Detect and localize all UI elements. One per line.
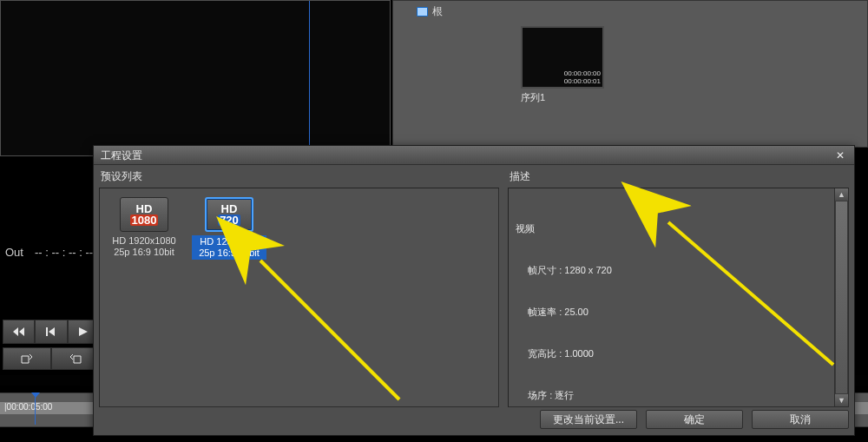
dialog-footer: 更改当前设置... 确定 取消 [94,410,849,431]
ruler-label: |00:00:05:00 [4,402,52,412]
hd720-icon: HD 720 [205,197,253,232]
preset-hd720[interactable]: HD 720 HD 1280x720 25p 16:9 10bit [192,197,266,260]
playhead-line [309,1,310,155]
io-buttons [3,347,100,372]
close-icon[interactable]: ✕ [833,148,847,162]
change-settings-button[interactable]: 更改当前设置... [540,410,637,429]
scroll-up-icon[interactable]: ▲ [835,188,848,201]
presets-label: 预设列表 [101,169,499,184]
bin-clip-timecode: 00:00:00:00 00:00:00:01 [564,69,601,85]
folder-icon [417,7,428,16]
bin-clip[interactable]: 00:00:00:00 00:00:00:01 序列1 [521,26,604,104]
rewind-button[interactable] [3,320,35,344]
cancel-button[interactable]: 取消 [752,410,849,429]
dialog-titlebar[interactable]: 工程设置 ✕ [94,146,854,165]
hd1080-icon: HD 1080 [120,197,168,232]
ok-button[interactable]: 确定 [646,410,743,429]
presets-box: HD 1080 HD 1920x1080 25p 16:9 10bit HD 7… [99,188,499,407]
description-scrollbar[interactable]: ▲ ▼ [834,188,848,406]
timeline-playhead[interactable] [35,395,36,425]
out-timecode: Out -- : -- : -- : -- [5,245,93,261]
bin-clip-label: 序列1 [521,89,604,104]
description-label: 描述 [510,169,849,184]
bin-panel [392,0,868,148]
project-settings-dialog: 工程设置 ✕ 预设列表 HD 1080 HD 1920x1080 25p 16:… [93,145,855,436]
bin-clip-thumb: 00:00:00:00 00:00:00:01 [521,26,604,89]
presets-pane: 预设列表 HD 1080 HD 1920x1080 25p 16:9 10bit… [99,168,499,407]
preview-monitor [0,0,391,156]
bin-root-label: 根 [432,4,443,19]
preset-caption: HD 1280x720 25p 16:9 10bit [192,235,266,260]
scroll-thumb[interactable] [835,201,848,394]
dialog-title: 工程设置 [101,146,142,165]
description-pane: 描述 视频 帧尺寸 : 1280 x 720 帧速率 : 25.00 宽高比 :… [508,168,849,407]
description-box: 视频 帧尺寸 : 1280 x 720 帧速率 : 25.00 宽高比 : 1.… [508,188,849,407]
description-text: 视频 帧尺寸 : 1280 x 720 帧速率 : 25.00 宽高比 : 1.… [509,188,848,407]
preset-hd1080[interactable]: HD 1080 HD 1920x1080 25p 16:9 10bit [107,197,181,260]
bin-root-item[interactable]: 根 [417,4,443,19]
transport-buttons [3,320,100,346]
prev-frame-button[interactable] [35,320,67,344]
scroll-down-icon[interactable]: ▼ [835,394,848,406]
export-button[interactable] [3,347,51,370]
preset-caption: HD 1920x1080 25p 16:9 10bit [107,235,181,258]
